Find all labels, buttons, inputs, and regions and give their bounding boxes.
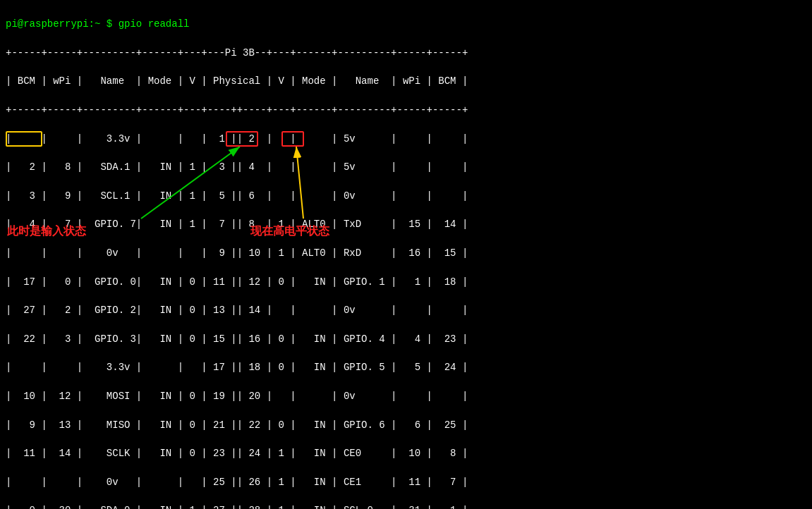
row-7: | 22 | 3 | GPIO. 3| IN | 0 | 15 || 16 | … — [6, 333, 468, 345]
row-2: | 3 | 9 | SCL.1 | IN | 1 | 5 || 6 | | | … — [6, 190, 468, 202]
header-row: | BCM | wPi | Name | Mode | V | Physical… — [6, 75, 468, 87]
sep-top: +-----+-----+---------+------+---+---Pi … — [6, 47, 468, 59]
terminal: pi@raspberrypi:~ $ gpio readall +-----+-… — [0, 0, 812, 509]
row-6: | 27 | 2 | GPIO. 2| IN | 0 | 13 || 14 | … — [6, 305, 468, 316]
row-12: | | | 0v | | | 25 || 26 | 1 | IN | CE1 |… — [6, 477, 468, 488]
row-9: | 10 | 12 | MOSI | IN | 0 | 19 || 20 | |… — [6, 391, 468, 402]
sep-mid-top: +-----+-----+---------+------+---+----++… — [6, 104, 468, 116]
row-0: | | | 3.3v | | | 1 || 2 | | | 5v | | | — [6, 133, 468, 145]
row-1: | 2 | 8 | SDA.1 | IN | 1 | 3 || 4 | | | … — [6, 161, 468, 173]
row-5: | 17 | 0 | GPIO. 0| IN | 0 | 11 || 12 | … — [6, 276, 468, 288]
row-3: | 4 | 7 | GPIO. 7| IN | 1 | 7 || 8 | 1 |… — [6, 219, 468, 230]
row-10: | 9 | 13 | MISO | IN | 0 | 21 || 22 | 0 … — [6, 419, 468, 431]
row-11: | 11 | 14 | SCLK | IN | 0 | 23 || 24 | 1… — [6, 448, 468, 459]
row-4: | | | 0v | | | 9 || 10 | 1 | ALT0 | RxD … — [6, 247, 468, 259]
row-13: | 0 | 30 | SDA.0 | IN | 1 | 27 || 28 | 1… — [6, 505, 468, 509]
prompt-line1: pi@raspberrypi:~ $ gpio readall — [6, 18, 189, 30]
row-8: | | | 3.3v | | | 17 || 18 | 0 | IN | GPI… — [6, 362, 468, 373]
